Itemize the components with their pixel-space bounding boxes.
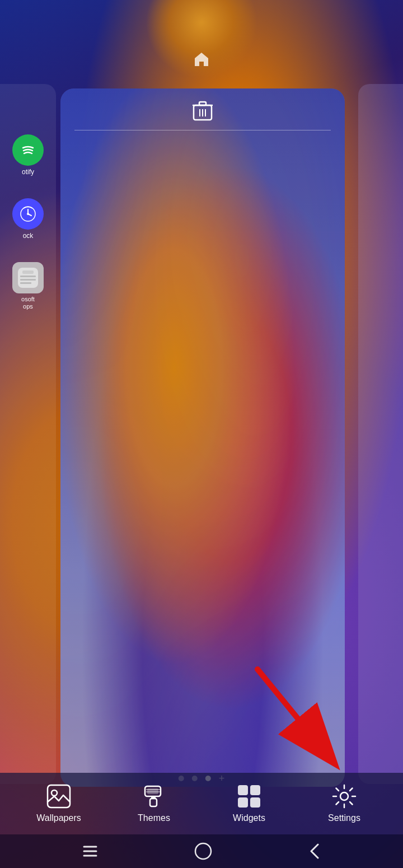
svg-rect-29 [250,785,260,795]
svg-rect-20 [48,785,70,808]
bottom-bar: Wallpapers Themes Widgets Sett [0,773,403,834]
svg-rect-28 [238,785,248,795]
microsoft-label: osoftops [21,296,35,310]
svg-rect-30 [238,797,248,808]
svg-point-32 [340,792,348,800]
home-icon [194,842,212,860]
app-clock[interactable]: ock [12,198,44,240]
themes-icon [142,784,166,809]
nav-bar [0,834,403,868]
settings-icon [332,784,357,809]
svg-rect-9 [20,279,36,281]
microsoft-icon [12,262,44,293]
widgets-item[interactable]: Widgets [202,784,297,823]
widgets-icon [237,784,261,809]
card-background [60,88,345,787]
recents-icon [82,844,99,858]
app-spotify[interactable]: otify [12,134,44,176]
svg-point-21 [51,790,57,796]
clock-label: ock [23,232,34,240]
svg-rect-25 [150,799,157,806]
svg-point-5 [27,213,29,215]
themes-item[interactable]: Themes [106,784,202,823]
right-panel [358,84,403,784]
spotify-icon [12,134,44,166]
settings-item[interactable]: Settings [297,784,392,823]
card-divider [74,130,330,130]
back-button[interactable] [308,842,321,860]
settings-label: Settings [328,813,360,823]
center-card [60,88,345,787]
clock-icon [12,198,44,230]
svg-rect-11 [22,270,34,274]
svg-rect-8 [20,276,36,277]
left-panel: otify ock [0,84,56,784]
widgets-label: Widgets [233,813,265,823]
wallpapers-label: Wallpapers [36,813,81,823]
themes-label: Themes [138,813,170,823]
home-button[interactable] [194,842,212,860]
home-indicator-top [193,50,210,68]
spotify-label: otify [22,168,34,176]
delete-button[interactable] [188,95,217,127]
svg-rect-10 [20,282,31,284]
back-icon [308,842,321,860]
svg-rect-31 [250,797,260,808]
app-microsoft[interactable]: osoftops [12,262,44,310]
wallpapers-icon [46,784,71,809]
svg-rect-36 [195,843,211,859]
recents-button[interactable] [82,844,99,858]
card-top-bar [60,88,345,130]
wallpapers-item[interactable]: Wallpapers [11,784,106,823]
